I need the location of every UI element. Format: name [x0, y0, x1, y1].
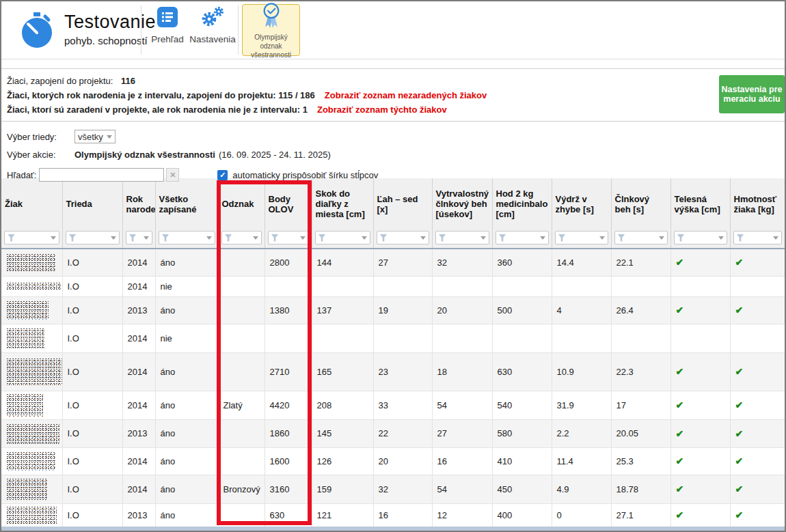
- table-cell[interactable]: 137: [312, 296, 373, 324]
- table-cell[interactable]: 126: [312, 447, 373, 475]
- table-cell[interactable]: nie: [155, 276, 218, 296]
- column-header[interactable]: Vytrvalostný člnkový beh [úsekov]: [432, 178, 492, 249]
- table-cell[interactable]: 410: [492, 447, 552, 475]
- table-cell[interactable]: 2013: [122, 419, 155, 447]
- table-cell[interactable]: 2014: [122, 475, 155, 503]
- table-cell[interactable]: 580: [492, 419, 552, 447]
- table-cell[interactable]: áno: [155, 391, 218, 419]
- table-cell[interactable]: [218, 324, 265, 352]
- table-cell[interactable]: 17: [611, 391, 670, 419]
- column-header[interactable]: Ľah – sed [x]: [373, 178, 432, 249]
- table-cell[interactable]: 121: [312, 503, 373, 527]
- table-cell[interactable]: 1860: [265, 419, 312, 447]
- table-cell[interactable]: ✔: [670, 503, 730, 527]
- table-cell[interactable]: 500: [492, 296, 552, 324]
- table-row[interactable]: I.O2013áno6301211612400027.1✔✔: [1, 503, 785, 527]
- table-cell[interactable]: 32: [432, 249, 492, 276]
- table-cell[interactable]: 20.05: [611, 419, 670, 447]
- table-cell[interactable]: 2014: [122, 324, 155, 352]
- table-cell[interactable]: 22: [373, 419, 432, 447]
- table-cell[interactable]: nie: [155, 324, 218, 352]
- table-cell[interactable]: 22.1: [611, 249, 670, 276]
- table-cell[interactable]: 26.4: [611, 296, 670, 324]
- table-cell[interactable]: [265, 324, 312, 352]
- autofit-checkbox[interactable]: ✓: [217, 170, 228, 180]
- table-cell[interactable]: [218, 276, 265, 296]
- table-cell[interactable]: [730, 324, 785, 352]
- table-cell[interactable]: [218, 447, 265, 475]
- table-cell[interactable]: 18.78: [611, 475, 670, 503]
- table-cell[interactable]: 630: [492, 352, 552, 391]
- table-cell[interactable]: I.O: [62, 352, 122, 391]
- table-cell[interactable]: [670, 324, 730, 352]
- table-cell[interactable]: [373, 324, 432, 352]
- table-cell[interactable]: 16: [373, 503, 432, 527]
- column-filter[interactable]: [4, 231, 59, 244]
- table-cell[interactable]: [265, 276, 312, 296]
- table-cell[interactable]: ✔: [730, 475, 785, 503]
- table-cell[interactable]: 400: [492, 503, 552, 527]
- column-filter[interactable]: [496, 231, 549, 244]
- table-cell[interactable]: Zlatý: [218, 391, 265, 419]
- table-cell[interactable]: 1380: [265, 296, 312, 324]
- table-row[interactable]: I.O2014ánoBronzový316015932544504.918.78…: [1, 475, 785, 503]
- column-header[interactable]: Rok narode: [122, 178, 155, 249]
- table-cell[interactable]: 2800: [265, 249, 312, 276]
- table-cell[interactable]: ✔: [730, 249, 785, 276]
- column-header[interactable]: Hod 2 kg medicinbalo [cm]: [492, 178, 552, 249]
- table-cell[interactable]: [492, 276, 552, 296]
- table-cell[interactable]: ✔: [670, 391, 730, 419]
- column-header[interactable]: Všetko zapísané: [155, 178, 218, 249]
- column-filter[interactable]: [268, 231, 309, 244]
- clear-search-button[interactable]: ✕: [166, 168, 179, 182]
- column-filter[interactable]: [159, 231, 215, 244]
- table-cell[interactable]: [611, 324, 670, 352]
- table-cell[interactable]: 18: [432, 352, 492, 391]
- table-cell[interactable]: 12: [432, 503, 492, 527]
- table-cell[interactable]: ✔: [670, 296, 730, 324]
- table-cell[interactable]: 2710: [265, 352, 312, 391]
- table-cell[interactable]: ✔: [670, 447, 730, 475]
- table-cell[interactable]: 4: [552, 296, 611, 324]
- table-cell[interactable]: 2013: [122, 503, 155, 527]
- table-cell[interactable]: 2014: [122, 352, 155, 391]
- column-filter[interactable]: [614, 231, 668, 244]
- table-cell[interactable]: 4.9: [552, 475, 611, 503]
- table-cell[interactable]: 450: [492, 475, 552, 503]
- table-cell[interactable]: 31.9: [552, 391, 611, 419]
- table-cell[interactable]: [611, 276, 670, 296]
- table-cell[interactable]: 144: [312, 249, 373, 276]
- table-cell[interactable]: [218, 419, 265, 447]
- table-cell[interactable]: I.O: [62, 419, 122, 447]
- column-filter[interactable]: [126, 231, 152, 244]
- table-cell[interactable]: I.O: [62, 475, 122, 503]
- column-header[interactable]: Člnkový beh [s]: [611, 178, 670, 249]
- table-cell[interactable]: 2014: [122, 391, 155, 419]
- table-cell[interactable]: áno: [155, 475, 218, 503]
- table-cell[interactable]: 2014: [122, 276, 155, 296]
- table-cell[interactable]: ✔: [730, 296, 785, 324]
- student-name-cell[interactable]: [1, 475, 62, 503]
- table-cell[interactable]: 2014: [122, 447, 155, 475]
- table-cell[interactable]: 20: [432, 296, 492, 324]
- table-cell[interactable]: 2.2: [552, 419, 611, 447]
- table-cell[interactable]: [312, 276, 373, 296]
- table-cell[interactable]: 11.4: [552, 447, 611, 475]
- table-cell[interactable]: 27.1: [611, 503, 670, 527]
- table-cell[interactable]: 2014: [122, 249, 155, 276]
- table-cell[interactable]: 22.3: [611, 352, 670, 391]
- table-row[interactable]: I.O2014nie: [1, 324, 785, 352]
- table-cell[interactable]: 159: [312, 475, 373, 503]
- table-cell[interactable]: 145: [312, 419, 373, 447]
- table-cell[interactable]: ✔: [670, 475, 730, 503]
- table-cell[interactable]: 27: [432, 419, 492, 447]
- table-cell[interactable]: 19: [373, 296, 432, 324]
- table-cell[interactable]: 4420: [265, 391, 312, 419]
- table-cell[interactable]: [373, 276, 432, 296]
- table-cell[interactable]: áno: [155, 419, 218, 447]
- table-row[interactable]: I.O2014áno1600126201641011.425.3✔✔: [1, 447, 785, 475]
- student-name-cell[interactable]: [1, 276, 62, 296]
- table-row[interactable]: I.O2013áno13801371920500426.4✔✔: [1, 296, 785, 324]
- column-header[interactable]: Odznak: [218, 178, 265, 249]
- table-cell[interactable]: [432, 324, 492, 352]
